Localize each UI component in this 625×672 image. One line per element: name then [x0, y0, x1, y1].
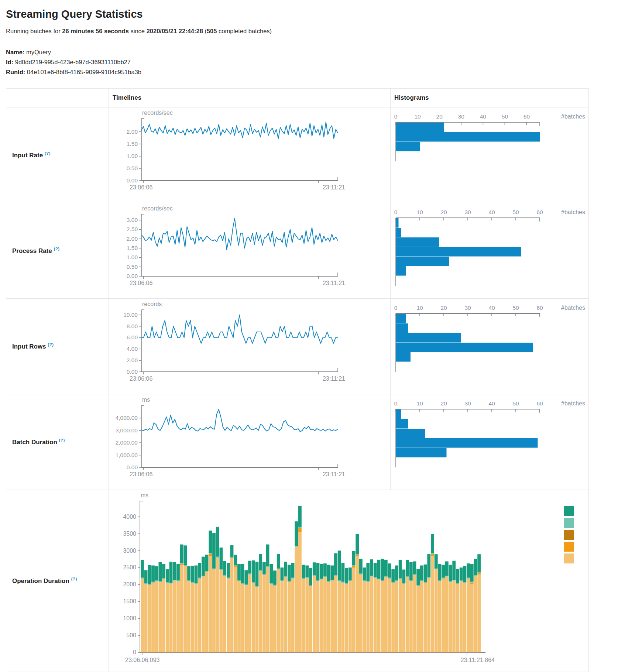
- streaming-query-statistics-page: Streaming Query Statistics Running batch…: [0, 0, 625, 672]
- svg-text:23:11:21: 23:11:21: [323, 280, 345, 286]
- stacked-bar-segment: [298, 528, 302, 532]
- help-icon[interactable]: (?): [48, 342, 54, 347]
- svg-text:0.00: 0.00: [127, 368, 138, 375]
- stacked-bar-segment: [202, 576, 205, 576]
- stacked-bar-segment: [291, 578, 295, 579]
- summary-suffix: completed batches): [217, 28, 272, 34]
- stacked-bar-segment: [370, 576, 373, 576]
- svg-text:2000: 2000: [123, 581, 136, 587]
- stacked-bar-segment: [266, 545, 269, 566]
- help-icon[interactable]: (?): [54, 247, 59, 251]
- corner-header-cell: [6, 89, 109, 107]
- svg-text:0.50: 0.50: [127, 264, 138, 270]
- legend-swatch: [564, 530, 574, 540]
- stacked-bar-segment: [259, 554, 262, 570]
- help-icon[interactable]: (?): [71, 577, 77, 581]
- svg-text:30: 30: [458, 113, 465, 120]
- svg-text:30: 30: [464, 209, 471, 215]
- row-label: Operation Duration: [12, 577, 69, 584]
- svg-text:#batches: #batches: [561, 400, 585, 407]
- stacked-bar-segment: [320, 564, 323, 579]
- table-header-row: Timelines Histograms: [6, 89, 589, 107]
- stacked-bar-segment: [438, 564, 442, 580]
- stacked-bar-segment: [144, 584, 148, 652]
- histogram-bar: [396, 448, 447, 457]
- histogram-bar: [396, 323, 408, 333]
- row-label: Batch Duration: [12, 439, 57, 446]
- stacked-bar-segment: [445, 576, 449, 652]
- stacked-bar-segment: [234, 567, 237, 652]
- stacked-bar-segment: [449, 581, 452, 582]
- stacked-bar-segment: [144, 570, 148, 583]
- stacked-bar-segment: [341, 582, 344, 583]
- stacked-bar-segment: [169, 584, 173, 652]
- legend-swatch: [564, 553, 574, 563]
- help-icon[interactable]: (?): [59, 438, 65, 442]
- svg-text:2.00: 2.00: [127, 357, 138, 363]
- stacked-bar-segment: [288, 581, 291, 582]
- input-rows-row: Input Rows (?) records10.008.006.004.002…: [6, 299, 589, 394]
- stacked-bar-segment: [173, 580, 176, 652]
- query-name-line: Name: myQuery: [6, 47, 619, 57]
- stacked-bar-segment: [452, 561, 456, 580]
- svg-text:0.00: 0.00: [127, 273, 138, 279]
- svg-text:6.00: 6.00: [127, 334, 138, 340]
- stacked-bar-segment: [176, 564, 180, 580]
- process-rate-timeline-svg: records/sec3.002.502.001.501.000.500.002…: [109, 203, 390, 298]
- stacked-bar-segment: [316, 581, 320, 652]
- stacked-bar-segment: [427, 554, 430, 577]
- stacked-bar-segment: [234, 555, 237, 565]
- stacked-bar-segment: [316, 563, 320, 580]
- stacked-bar-segment: [431, 556, 434, 652]
- stacked-bar-segment: [180, 565, 183, 652]
- stacked-bar-segment: [273, 586, 277, 652]
- stacked-bar-segment: [198, 579, 201, 652]
- stacked-bar-segment: [141, 578, 144, 579]
- stacked-bar-segment: [323, 577, 327, 652]
- stacked-bar-segment: [277, 569, 280, 569]
- stacked-bar-segment: [406, 576, 409, 577]
- timelines-header: Timelines: [109, 89, 391, 107]
- svg-text:10: 10: [416, 400, 423, 407]
- stacked-bar-segment: [377, 579, 381, 579]
- histogram-bar: [396, 218, 399, 228]
- svg-text:20: 20: [436, 113, 443, 120]
- stacked-bar-segment: [374, 577, 377, 578]
- input-rate-timeline-chart: records/sec2.001.501.000.500.0023:06:062…: [109, 107, 390, 203]
- stacked-bar-segment: [474, 559, 477, 575]
- input-rows-histogram-svg: #batches0102030405060: [391, 299, 588, 394]
- svg-text:1.00: 1.00: [127, 153, 138, 159]
- stacked-bar-segment: [230, 558, 234, 652]
- summary-start-time: 2020/05/21 22:44:28: [147, 28, 203, 34]
- svg-text:records: records: [142, 301, 162, 307]
- stacked-bar-segment: [323, 563, 327, 576]
- stacked-bar-segment: [291, 579, 295, 652]
- svg-text:50: 50: [512, 305, 519, 311]
- operation-duration-row: Operation Duration (?) ms400035003000250…: [6, 490, 589, 672]
- stacked-bar-segment: [195, 583, 198, 584]
- svg-text:20: 20: [440, 400, 447, 407]
- stacked-bar-segment: [313, 575, 316, 576]
- query-name-value: myQuery: [26, 49, 51, 55]
- stacked-bar-segment: [449, 582, 452, 652]
- stacked-bar-segment: [155, 581, 158, 652]
- stacked-bar-segment: [327, 582, 330, 652]
- stacked-bar-segment: [269, 564, 273, 583]
- batch-duration-row: Batch Duration (?) ms4,000.003,000.002,0…: [6, 394, 589, 490]
- stacked-bar-segment: [363, 581, 366, 652]
- svg-text:#batches: #batches: [561, 209, 585, 215]
- stacked-bar-segment: [341, 583, 344, 652]
- stacked-bar-segment: [244, 585, 248, 652]
- stacked-bar-segment: [345, 568, 348, 583]
- stacked-bar-segment: [452, 580, 456, 580]
- stacked-bar-segment: [223, 576, 226, 652]
- summary-duration: 26 minutes 56 seconds: [62, 28, 129, 34]
- input-rate-row: Input Rate (?) records/sec2.001.501.000.…: [6, 107, 589, 203]
- stacked-bar-segment: [202, 557, 205, 576]
- stacked-bar-segment: [442, 579, 445, 652]
- help-icon[interactable]: (?): [45, 151, 51, 155]
- stacked-bar-segment: [180, 563, 183, 563]
- svg-text:records/sec: records/sec: [142, 205, 173, 212]
- svg-text:60: 60: [523, 113, 530, 120]
- svg-text:records/sec: records/sec: [142, 110, 173, 116]
